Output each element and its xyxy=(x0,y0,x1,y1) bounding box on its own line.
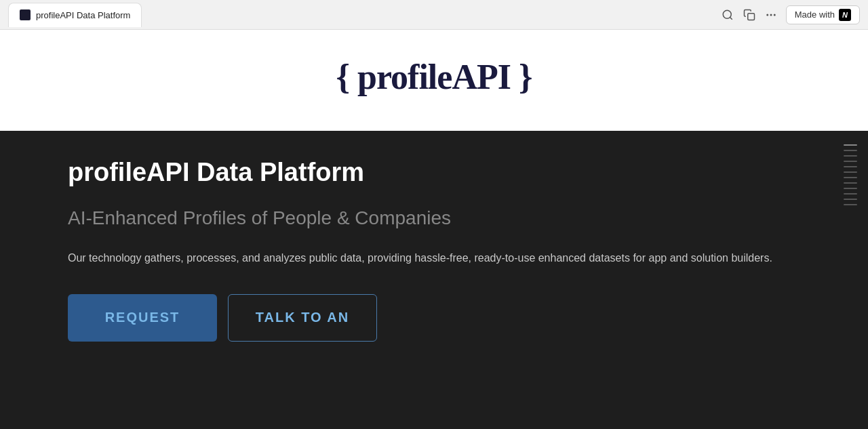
talk-button[interactable]: TALK TO AN xyxy=(228,294,377,342)
logo-open-brace: { xyxy=(336,58,350,96)
buttons-row: REQUEST TALK TO AN xyxy=(68,294,800,342)
svg-point-4 xyxy=(770,14,772,16)
browser-tab[interactable]: profileAPI Data Platform xyxy=(8,3,142,27)
made-with-label: Made with xyxy=(795,9,835,20)
notion-icon: N xyxy=(839,9,851,21)
more-icon[interactable] xyxy=(764,8,778,22)
scroll-dot xyxy=(844,193,857,195)
scroll-dot xyxy=(844,204,857,205)
scroll-dot xyxy=(844,177,857,178)
tab-favicon xyxy=(20,9,31,20)
duplicate-icon[interactable] xyxy=(743,8,756,22)
scroll-dot xyxy=(844,161,857,162)
browser-actions: Made with N xyxy=(721,5,860,24)
logo: { profileAPI } xyxy=(336,57,532,97)
svg-line-1 xyxy=(730,17,732,19)
scroll-dot xyxy=(844,155,857,157)
logo-section: { profileAPI } xyxy=(0,30,868,131)
scroll-dot xyxy=(844,182,857,184)
scrollbar-dots xyxy=(844,144,857,205)
made-with-button[interactable]: Made with N xyxy=(786,5,860,24)
scroll-dot xyxy=(844,188,857,189)
svg-rect-2 xyxy=(748,13,755,20)
description: Our technology gathers, processes, and a… xyxy=(68,249,780,267)
search-icon[interactable] xyxy=(721,8,734,22)
logo-name: profileAPI xyxy=(357,58,511,96)
browser-bar: profileAPI Data Platform Made with N xyxy=(0,0,868,30)
scroll-dot xyxy=(844,144,857,146)
request-button[interactable]: REQUEST xyxy=(68,294,217,342)
logo-close-brace: } xyxy=(519,58,532,96)
scroll-dot xyxy=(844,166,857,167)
page-title: profileAPI Data Platform xyxy=(68,158,800,187)
scroll-dot xyxy=(844,171,857,173)
svg-point-5 xyxy=(774,14,776,16)
page-wrapper: { profileAPI } profileAPI Data Platform … xyxy=(0,30,868,429)
tab-title: profileAPI Data Platform xyxy=(36,10,130,20)
svg-point-0 xyxy=(723,10,731,18)
svg-point-3 xyxy=(766,14,768,16)
scroll-dot xyxy=(844,199,857,200)
subtitle: AI-Enhanced Profiles of People & Compani… xyxy=(68,207,800,229)
scroll-dot xyxy=(844,150,857,151)
dark-section: profileAPI Data Platform AI-Enhanced Pro… xyxy=(0,131,868,429)
